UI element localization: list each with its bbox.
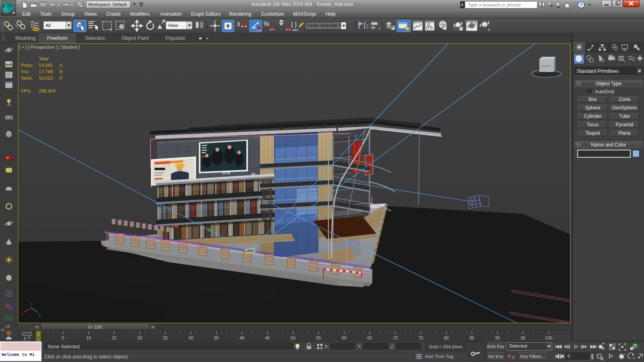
svg-text:Create Selection Se: Create Selection Se bbox=[306, 23, 344, 28]
svg-text:Tris:: Tris: bbox=[21, 69, 30, 74]
svg-text:0x: 0x bbox=[1, 328, 4, 332]
svg-text:55: 55 bbox=[316, 335, 321, 340]
svg-text:0: 0 bbox=[60, 63, 62, 68]
svg-text:90: 90 bbox=[495, 335, 500, 340]
svg-text:0: 0 bbox=[60, 69, 62, 74]
svg-text:?: ? bbox=[580, 2, 582, 8]
svg-text:x: x bbox=[21, 312, 23, 316]
svg-text:60: 60 bbox=[342, 335, 347, 340]
svg-text:All: All bbox=[45, 23, 51, 28]
svg-text:75: 75 bbox=[418, 335, 423, 340]
svg-text:65: 65 bbox=[367, 335, 372, 340]
svg-text:258.418: 258.418 bbox=[39, 88, 56, 93]
svg-text:[ + ] [ Perspective ] [ Shaded: [ + ] [ Perspective ] [ Shaded ] bbox=[19, 45, 80, 49]
svg-text:y: y bbox=[39, 313, 41, 317]
svg-text:Total: Total bbox=[39, 56, 48, 61]
svg-text:40: 40 bbox=[239, 335, 244, 340]
svg-text:80: 80 bbox=[444, 335, 449, 340]
svg-text:70: 70 bbox=[393, 335, 398, 340]
svg-text:100: 100 bbox=[545, 335, 552, 340]
svg-text:Polys:: Polys: bbox=[21, 63, 33, 68]
svg-text:45: 45 bbox=[265, 335, 270, 340]
svg-text:30: 30 bbox=[188, 335, 193, 340]
svg-text:HF: HF bbox=[6, 325, 10, 329]
svg-text:20: 20 bbox=[137, 335, 142, 340]
svg-text:85: 85 bbox=[469, 335, 474, 340]
svg-text:0: 0 bbox=[37, 335, 39, 340]
svg-text:Verts:: Verts: bbox=[21, 76, 33, 80]
svg-text:95: 95 bbox=[520, 335, 525, 340]
svg-text:35: 35 bbox=[214, 335, 219, 340]
svg-text:5: 5 bbox=[62, 335, 64, 340]
svg-text:View: View bbox=[168, 23, 178, 28]
svg-text:RIGHT: RIGHT bbox=[541, 64, 551, 68]
svg-text:14,582: 14,582 bbox=[39, 63, 53, 68]
svg-text:17,798: 17,798 bbox=[39, 69, 53, 74]
svg-text:10,022: 10,022 bbox=[39, 76, 53, 80]
svg-text:15: 15 bbox=[111, 335, 116, 340]
svg-text:1: 1 bbox=[366, 23, 369, 29]
svg-text:10: 10 bbox=[86, 335, 91, 340]
svg-text:25: 25 bbox=[163, 335, 167, 340]
svg-text:50: 50 bbox=[291, 335, 295, 340]
svg-text:%: % bbox=[264, 21, 269, 27]
svg-text:FPS:: FPS: bbox=[21, 88, 31, 93]
svg-text:0: 0 bbox=[60, 76, 62, 80]
svg-text:{ }: { } bbox=[291, 21, 297, 28]
svg-text:3: 3 bbox=[237, 21, 240, 27]
svg-text:ABC: ABC bbox=[292, 28, 299, 32]
